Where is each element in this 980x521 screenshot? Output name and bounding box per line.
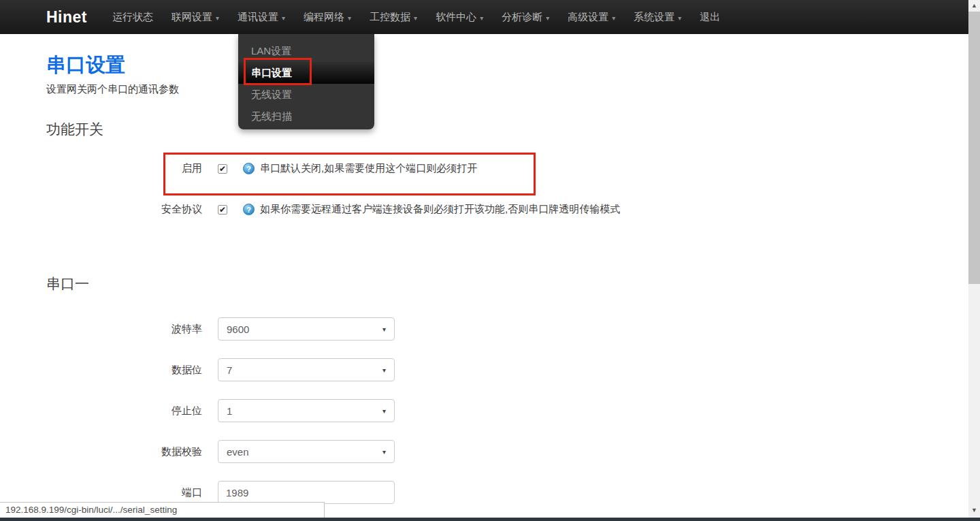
secure-protocol-help-text: 如果你需要远程通过客户端连接设备则必须打开该功能,否则串口牌透明传输模式 — [260, 203, 620, 216]
select-value: 9600 — [227, 323, 249, 335]
chevron-down-icon: ▾ — [382, 326, 386, 333]
router-admin-screen: Hinet 运行状态 联网设置 ▾ 通讯设置 ▾ 编程网络 ▾ 工控数据 ▾ — [0, 0, 980, 521]
nav-item-advanced-settings[interactable]: 高级设置 ▾ — [568, 11, 615, 24]
stop-bits-row: 停止位 1 ▾ — [46, 399, 395, 422]
nav-item-programming-network[interactable]: 编程网络 ▾ — [304, 11, 351, 24]
brand-logo[interactable]: Hinet — [46, 8, 87, 27]
page-subtitle: 设置网关两个串口的通讯参数 — [46, 83, 179, 96]
dropdown-item-wireless-scan[interactable]: 无线扫描 — [238, 106, 374, 127]
nav-item-label: 分析诊断 — [502, 11, 542, 24]
scroll-down-icon[interactable]: ▼ — [968, 505, 980, 516]
nav-item-software-center[interactable]: 软件中心 ▾ — [436, 11, 483, 24]
nav-item-label: 运行状态 — [112, 11, 153, 24]
section-heading-switches: 功能开关 — [46, 120, 103, 139]
help-icon: ? — [243, 163, 255, 174]
nav-item-label: 联网设置 — [172, 11, 212, 24]
nav-item-network-settings[interactable]: 联网设置 ▾ — [172, 11, 219, 24]
nav-item-industrial-data[interactable]: 工控数据 ▾ — [370, 11, 417, 24]
nav-item-label: 软件中心 — [436, 11, 476, 24]
nav-item-logout[interactable]: 退出 — [700, 11, 720, 24]
chevron-down-icon: ▾ — [382, 448, 386, 456]
section-heading-serial1: 串口一 — [46, 274, 89, 294]
secure-protocol-row: 安全协议 ✔ ? 如果你需要远程通过客户端连接设备则必须打开该功能,否则串口牌透… — [46, 203, 620, 216]
data-bits-row: 数据位 7 ▾ — [46, 358, 395, 381]
nav-item-label: 高级设置 — [568, 11, 608, 24]
top-navbar: Hinet 运行状态 联网设置 ▾ 通讯设置 ▾ 编程网络 ▾ 工控数据 ▾ — [0, 0, 968, 34]
vertical-scrollbar[interactable]: ▲ ▼ — [968, 0, 980, 521]
nav-item-label: 通讯设置 — [238, 11, 278, 24]
scroll-up-icon[interactable]: ▲ — [968, 0, 980, 12]
parity-row: 数据校验 even ▾ — [46, 440, 395, 463]
chevron-down-icon: ▾ — [382, 407, 386, 415]
scrollbar-thumb[interactable] — [968, 12, 980, 284]
chevron-down-icon: ▾ — [480, 13, 483, 22]
select-value: even — [227, 446, 249, 458]
baud-rate-select[interactable]: 9600 ▾ — [218, 317, 395, 341]
status-url-tooltip: 192.168.9.199/cgi-bin/luci/.../serial_se… — [0, 502, 325, 518]
dropdown-item-label: 串口设置 — [251, 67, 292, 78]
baud-rate-row: 波特率 9600 ▾ — [46, 317, 395, 341]
data-bits-label: 数据位 — [46, 364, 202, 377]
secure-protocol-checkbox[interactable]: ✔ — [218, 205, 227, 215]
dropdown-item-serial-settings[interactable]: 串口设置 — [238, 62, 374, 84]
enable-row: 启用 ✔ ? 串口默认关闭,如果需要使用这个端口则必须打开 — [46, 162, 477, 175]
port-input[interactable] — [218, 481, 395, 504]
nav-item-label: 工控数据 — [370, 11, 410, 24]
page-title: 串口设置 — [46, 52, 125, 79]
nav-item-label: 退出 — [700, 11, 720, 24]
stop-bits-label: 停止位 — [46, 405, 202, 417]
chevron-down-icon: ▾ — [414, 13, 417, 22]
select-value: 7 — [227, 364, 232, 376]
secure-protocol-label: 安全协议 — [46, 203, 202, 216]
parity-select[interactable]: even ▾ — [218, 440, 395, 463]
chevron-down-icon: ▾ — [612, 13, 615, 22]
chevron-down-icon: ▾ — [678, 13, 681, 22]
nav-item-system-settings[interactable]: 系统设置 ▾ — [634, 11, 681, 24]
nav-item-label: 系统设置 — [634, 11, 674, 24]
nav-item-analysis-diagnosis[interactable]: 分析诊断 ▾ — [502, 11, 549, 24]
nav-item-label: 编程网络 — [304, 11, 344, 24]
select-value: 1 — [227, 405, 232, 417]
enable-label: 启用 — [46, 162, 202, 175]
dropdown-item-wireless-settings[interactable]: 无线设置 — [238, 84, 374, 106]
main-nav: 运行状态 联网设置 ▾ 通讯设置 ▾ 编程网络 ▾ 工控数据 ▾ 软件中心 ▾ — [112, 11, 720, 24]
chevron-down-icon: ▾ — [382, 366, 386, 374]
port-row: 端口 — [46, 481, 395, 504]
chevron-down-icon: ▾ — [216, 13, 219, 22]
chevron-down-icon: ▾ — [546, 13, 549, 22]
comm-settings-dropdown-menu: LAN设置 串口设置 无线设置 无线扫描 — [238, 34, 374, 129]
chevron-down-icon: ▾ — [348, 13, 351, 22]
stop-bits-select[interactable]: 1 ▾ — [218, 399, 395, 422]
enable-help-text: 串口默认关闭,如果需要使用这个端口则必须打开 — [260, 162, 477, 175]
data-bits-select[interactable]: 7 ▾ — [218, 358, 395, 381]
nav-item-comm-settings[interactable]: 通讯设置 ▾ — [238, 11, 285, 24]
bottom-edge-strip — [0, 518, 980, 521]
port-label: 端口 — [46, 486, 202, 499]
help-icon: ? — [243, 204, 255, 215]
enable-checkbox[interactable]: ✔ — [218, 164, 227, 174]
chevron-down-icon: ▾ — [282, 13, 285, 22]
nav-item-running-status[interactable]: 运行状态 — [112, 11, 153, 24]
baud-rate-label: 波特率 — [46, 323, 202, 336]
parity-label: 数据校验 — [46, 445, 202, 458]
dropdown-item-lan-settings[interactable]: LAN设置 — [238, 40, 374, 62]
